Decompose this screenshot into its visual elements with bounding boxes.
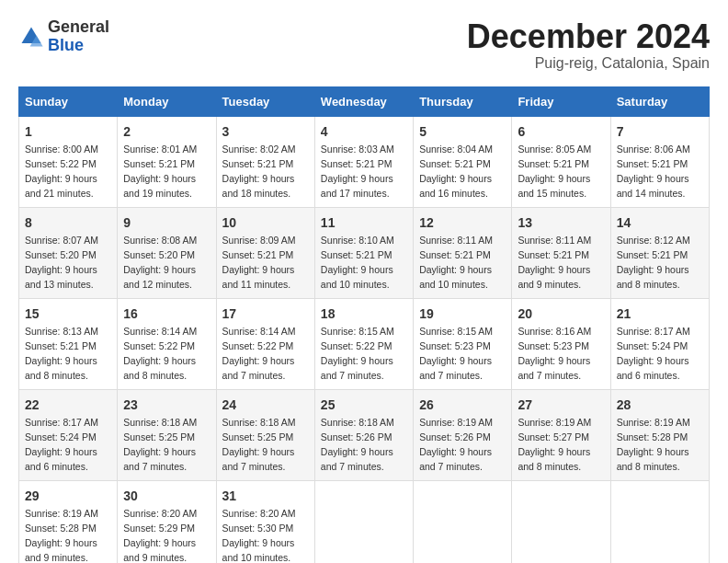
sunset-text: Sunset: 5:21 PM <box>518 158 589 169</box>
day-number: 9 <box>123 213 210 232</box>
sunset-text: Sunset: 5:22 PM <box>222 340 294 351</box>
daylight-text: Daylight: 9 hours and 21 minutes. <box>25 173 97 199</box>
sunrise-text: Sunrise: 8:17 AM <box>25 417 98 428</box>
sunset-text: Sunset: 5:21 PM <box>617 158 688 169</box>
calendar-week-2: 8Sunrise: 8:07 AMSunset: 5:20 PMDaylight… <box>19 207 710 298</box>
sunset-text: Sunset: 5:21 PM <box>25 340 97 351</box>
col-thursday: Thursday <box>414 86 512 116</box>
empty-cell <box>414 480 512 563</box>
col-saturday: Saturday <box>610 86 709 116</box>
sunrise-text: Sunrise: 8:20 AM <box>222 508 296 519</box>
day-cell-14: 14Sunrise: 8:12 AMSunset: 5:21 PMDayligh… <box>610 207 709 298</box>
daylight-text: Daylight: 9 hours and 6 minutes. <box>25 446 97 472</box>
sunrise-text: Sunrise: 8:09 AM <box>222 235 296 246</box>
sunrise-text: Sunrise: 8:04 AM <box>419 144 493 155</box>
col-tuesday: Tuesday <box>216 86 314 116</box>
day-cell-16: 16Sunrise: 8:14 AMSunset: 5:22 PMDayligh… <box>118 298 216 389</box>
daylight-text: Daylight: 9 hours and 7 minutes. <box>419 355 492 381</box>
daylight-text: Daylight: 9 hours and 8 minutes. <box>617 264 689 290</box>
logo-icon <box>18 24 44 50</box>
daylight-text: Daylight: 9 hours and 7 minutes. <box>518 355 590 381</box>
sunrise-text: Sunrise: 8:13 AM <box>25 326 98 337</box>
sunset-text: Sunset: 5:23 PM <box>419 340 491 351</box>
sunrise-text: Sunrise: 8:14 AM <box>123 326 197 337</box>
calendar-week-5: 29Sunrise: 8:19 AMSunset: 5:28 PMDayligh… <box>19 480 710 563</box>
col-sunday: Sunday <box>19 86 118 116</box>
sunrise-text: Sunrise: 8:00 AM <box>25 144 98 155</box>
sunset-text: Sunset: 5:22 PM <box>25 158 97 169</box>
day-cell-27: 27Sunrise: 8:19 AMSunset: 5:27 PMDayligh… <box>512 389 610 480</box>
day-number: 20 <box>518 304 604 323</box>
day-cell-13: 13Sunrise: 8:11 AMSunset: 5:21 PMDayligh… <box>512 207 610 298</box>
day-cell-22: 22Sunrise: 8:17 AMSunset: 5:24 PMDayligh… <box>19 389 118 480</box>
sunset-text: Sunset: 5:25 PM <box>222 431 294 442</box>
day-number: 24 <box>222 396 309 414</box>
day-cell-8: 8Sunrise: 8:07 AMSunset: 5:20 PMDaylight… <box>19 207 118 298</box>
sunset-text: Sunset: 5:26 PM <box>321 431 392 442</box>
day-cell-9: 9Sunrise: 8:08 AMSunset: 5:20 PMDaylight… <box>118 207 216 298</box>
calendar-week-1: 1Sunrise: 8:00 AMSunset: 5:22 PMDaylight… <box>19 116 710 207</box>
sunrise-text: Sunrise: 8:19 AM <box>25 508 98 519</box>
sunrise-text: Sunrise: 8:16 AM <box>518 326 591 337</box>
daylight-text: Daylight: 9 hours and 12 minutes. <box>123 264 196 290</box>
day-number: 6 <box>518 122 604 141</box>
daylight-text: Daylight: 9 hours and 16 minutes. <box>419 173 492 199</box>
sunrise-text: Sunrise: 8:17 AM <box>617 326 690 337</box>
day-number: 25 <box>321 396 407 414</box>
day-number: 15 <box>25 304 111 323</box>
day-number: 12 <box>419 213 506 232</box>
daylight-text: Daylight: 9 hours and 11 minutes. <box>222 264 295 290</box>
day-cell-26: 26Sunrise: 8:19 AMSunset: 5:26 PMDayligh… <box>414 389 512 480</box>
day-number: 4 <box>321 122 407 141</box>
day-number: 1 <box>25 122 111 141</box>
col-monday: Monday <box>118 86 216 116</box>
day-number: 21 <box>617 304 703 323</box>
day-number: 26 <box>419 396 506 414</box>
title-block: December 2024 Puig-reig, Catalonia, Spai… <box>467 18 710 72</box>
daylight-text: Daylight: 9 hours and 7 minutes. <box>321 355 393 381</box>
empty-cell <box>610 480 709 563</box>
day-cell-21: 21Sunrise: 8:17 AMSunset: 5:24 PMDayligh… <box>610 298 709 389</box>
day-cell-6: 6Sunrise: 8:05 AMSunset: 5:21 PMDaylight… <box>512 116 610 207</box>
logo-blue: Blue <box>48 37 109 55</box>
day-cell-4: 4Sunrise: 8:03 AMSunset: 5:21 PMDaylight… <box>314 116 413 207</box>
location: Puig-reig, Catalonia, Spain <box>467 55 710 72</box>
sunrise-text: Sunrise: 8:06 AM <box>617 144 690 155</box>
sunset-text: Sunset: 5:26 PM <box>419 431 491 442</box>
day-number: 28 <box>617 396 703 414</box>
day-number: 29 <box>25 487 111 505</box>
daylight-text: Daylight: 9 hours and 10 minutes. <box>321 264 393 290</box>
sunset-text: Sunset: 5:21 PM <box>222 158 294 169</box>
sunrise-text: Sunrise: 8:12 AM <box>617 235 690 246</box>
sunrise-text: Sunrise: 8:19 AM <box>518 417 591 428</box>
sunrise-text: Sunrise: 8:15 AM <box>419 326 493 337</box>
day-cell-12: 12Sunrise: 8:11 AMSunset: 5:21 PMDayligh… <box>414 207 512 298</box>
logo-general: General <box>48 18 109 37</box>
sunrise-text: Sunrise: 8:18 AM <box>222 417 296 428</box>
sunrise-text: Sunrise: 8:11 AM <box>518 235 591 246</box>
sunrise-text: Sunrise: 8:15 AM <box>321 326 394 337</box>
day-number: 10 <box>222 213 309 232</box>
sunset-text: Sunset: 5:22 PM <box>123 340 195 351</box>
sunset-text: Sunset: 5:24 PM <box>617 340 688 351</box>
page-header: General Blue December 2024 Puig-reig, Ca… <box>18 18 710 72</box>
sunrise-text: Sunrise: 8:05 AM <box>518 144 591 155</box>
col-friday: Friday <box>512 86 610 116</box>
day-cell-3: 3Sunrise: 8:02 AMSunset: 5:21 PMDaylight… <box>216 116 314 207</box>
daylight-text: Daylight: 9 hours and 14 minutes. <box>617 173 689 199</box>
day-number: 13 <box>518 213 604 232</box>
sunrise-text: Sunrise: 8:20 AM <box>123 508 197 519</box>
day-cell-7: 7Sunrise: 8:06 AMSunset: 5:21 PMDaylight… <box>610 116 709 207</box>
day-cell-2: 2Sunrise: 8:01 AMSunset: 5:21 PMDaylight… <box>118 116 216 207</box>
day-number: 8 <box>25 213 111 232</box>
day-cell-30: 30Sunrise: 8:20 AMSunset: 5:29 PMDayligh… <box>118 480 216 563</box>
day-cell-28: 28Sunrise: 8:19 AMSunset: 5:28 PMDayligh… <box>610 389 709 480</box>
sunset-text: Sunset: 5:21 PM <box>617 249 688 260</box>
daylight-text: Daylight: 9 hours and 13 minutes. <box>25 264 97 290</box>
calendar-week-3: 15Sunrise: 8:13 AMSunset: 5:21 PMDayligh… <box>19 298 710 389</box>
sunrise-text: Sunrise: 8:18 AM <box>123 417 197 428</box>
daylight-text: Daylight: 9 hours and 10 minutes. <box>222 537 295 563</box>
day-number: 23 <box>123 396 210 414</box>
sunset-text: Sunset: 5:21 PM <box>222 249 294 260</box>
day-number: 5 <box>419 122 506 141</box>
